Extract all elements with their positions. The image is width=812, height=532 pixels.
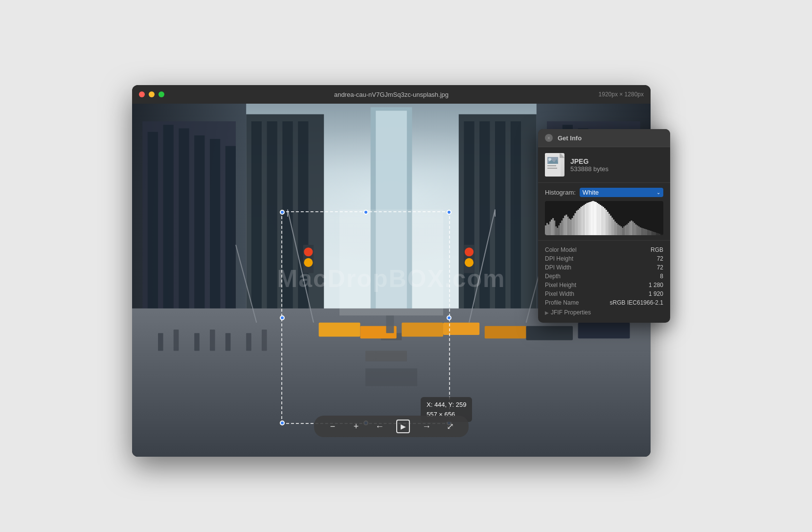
svg-rect-98 xyxy=(582,206,584,235)
svg-rect-8 xyxy=(210,139,220,333)
svg-rect-135 xyxy=(637,225,638,235)
svg-rect-38 xyxy=(443,323,479,335)
svg-rect-128 xyxy=(626,224,628,235)
svg-rect-105 xyxy=(592,201,594,235)
svg-rect-86 xyxy=(564,216,565,235)
desktop: andrea-cau-nV7GJmSq3zc-unsplash.jpg 1920… xyxy=(113,66,699,466)
svg-rect-48 xyxy=(262,330,267,351)
svg-rect-42 xyxy=(158,333,163,351)
svg-rect-41 xyxy=(578,323,630,338)
svg-rect-150 xyxy=(659,234,660,235)
histogram-dropdown[interactable]: White ⌄ xyxy=(580,188,663,197)
svg-rect-49 xyxy=(386,315,394,333)
svg-rect-46 xyxy=(226,333,231,351)
svg-rect-103 xyxy=(589,202,591,235)
zoom-in-button[interactable]: + xyxy=(349,420,363,433)
svg-rect-124 xyxy=(620,226,622,235)
svg-rect-127 xyxy=(625,225,626,235)
svg-rect-45 xyxy=(210,330,215,351)
prop-key-profile-name: Profile Name xyxy=(545,299,579,306)
svg-rect-43 xyxy=(174,330,179,351)
svg-rect-110 xyxy=(600,205,601,235)
expand-button[interactable]: ⤢ xyxy=(443,420,457,433)
prop-key-pixel-width: Pixel Width xyxy=(545,290,574,297)
svg-rect-40 xyxy=(526,326,573,340)
prop-value-pixel-width: 1 920 xyxy=(649,290,663,297)
svg-rect-35 xyxy=(319,323,361,337)
prev-button[interactable]: ← xyxy=(373,420,386,433)
histogram-row: Histogram: White ⌄ xyxy=(545,188,663,197)
svg-rect-89 xyxy=(568,219,570,235)
svg-rect-117 xyxy=(610,216,611,235)
svg-rect-88 xyxy=(567,217,568,235)
file-icon-svg xyxy=(545,153,564,177)
bottom-toolbar: − + ← ▶ → ⤢ xyxy=(314,416,469,437)
svg-rect-44 xyxy=(194,333,200,351)
prop-value-pixel-height: 1 280 xyxy=(649,282,663,288)
file-size: 533888 bytes xyxy=(570,165,609,173)
svg-rect-151 xyxy=(660,234,662,235)
svg-rect-78 xyxy=(552,218,554,235)
svg-rect-149 xyxy=(657,233,659,235)
svg-rect-140 xyxy=(644,229,646,235)
prop-value-dpi-height: 72 xyxy=(657,255,663,262)
info-panel-close-button[interactable]: × xyxy=(545,134,553,142)
svg-rect-83 xyxy=(560,223,561,235)
svg-rect-104 xyxy=(591,201,592,235)
svg-rect-143 xyxy=(649,230,650,235)
svg-rect-87 xyxy=(565,215,567,235)
svg-rect-129 xyxy=(628,223,629,235)
svg-rect-132 xyxy=(632,222,633,235)
info-panel: × Get Info xyxy=(538,129,670,323)
svg-rect-118 xyxy=(611,218,613,235)
prop-key-color-model: Color Model xyxy=(545,246,577,253)
svg-rect-106 xyxy=(594,201,595,235)
svg-rect-90 xyxy=(570,220,571,235)
svg-rect-76 xyxy=(549,222,551,235)
svg-rect-144 xyxy=(650,231,652,235)
play-button[interactable]: ▶ xyxy=(396,420,410,433)
svg-rect-99 xyxy=(584,205,585,235)
svg-rect-62 xyxy=(339,210,443,316)
prop-row-pixel-height: Pixel Height 1 280 xyxy=(545,281,663,289)
prop-value-depth: 8 xyxy=(660,273,663,280)
svg-rect-113 xyxy=(604,208,606,235)
histogram-section: Histogram: White ⌄ xyxy=(538,183,670,241)
svg-rect-94 xyxy=(576,211,578,235)
title-bar: andrea-cau-nV7GJmSq3zc-unsplash.jpg 1920… xyxy=(132,85,651,104)
prop-key-dpi-width: DPI Width xyxy=(545,264,571,271)
svg-rect-109 xyxy=(598,204,600,235)
histogram-chevron-icon: ⌄ xyxy=(656,190,660,195)
jfif-row[interactable]: ▶ JFIF Properties xyxy=(545,307,663,318)
svg-rect-97 xyxy=(581,207,582,235)
svg-rect-130 xyxy=(629,222,631,235)
svg-rect-134 xyxy=(635,224,637,235)
svg-rect-96 xyxy=(579,208,581,235)
file-info-text: JPEG 533888 bytes xyxy=(570,157,609,173)
svg-rect-9 xyxy=(226,146,236,330)
histogram-label: Histogram: xyxy=(545,189,576,196)
close-button[interactable] xyxy=(139,91,145,97)
svg-rect-75 xyxy=(548,224,549,235)
svg-rect-31 xyxy=(365,351,376,361)
svg-rect-120 xyxy=(614,222,616,235)
prop-value-dpi-width: 72 xyxy=(657,264,663,271)
minimize-button[interactable] xyxy=(149,91,155,97)
zoom-out-button[interactable]: − xyxy=(326,420,339,433)
svg-rect-146 xyxy=(653,232,654,235)
svg-point-60 xyxy=(465,247,474,256)
prop-row-dpi-height: DPI Height 72 xyxy=(545,254,663,263)
window-title: andrea-cau-nV7GJmSq3zc-unsplash.jpg xyxy=(334,91,449,98)
prop-value-color-model: RGB xyxy=(651,246,663,253)
next-button[interactable]: → xyxy=(420,420,433,433)
svg-rect-64 xyxy=(545,153,561,177)
svg-rect-84 xyxy=(561,221,563,235)
svg-rect-142 xyxy=(647,230,649,235)
properties-section: Color Model RGB DPI Height 72 DPI Width … xyxy=(538,241,670,323)
info-panel-header: × Get Info xyxy=(538,129,670,147)
maximize-button[interactable] xyxy=(158,91,164,97)
traffic-lights xyxy=(139,91,164,97)
svg-rect-32 xyxy=(376,351,407,361)
svg-point-57 xyxy=(304,247,313,256)
svg-rect-141 xyxy=(646,229,647,235)
